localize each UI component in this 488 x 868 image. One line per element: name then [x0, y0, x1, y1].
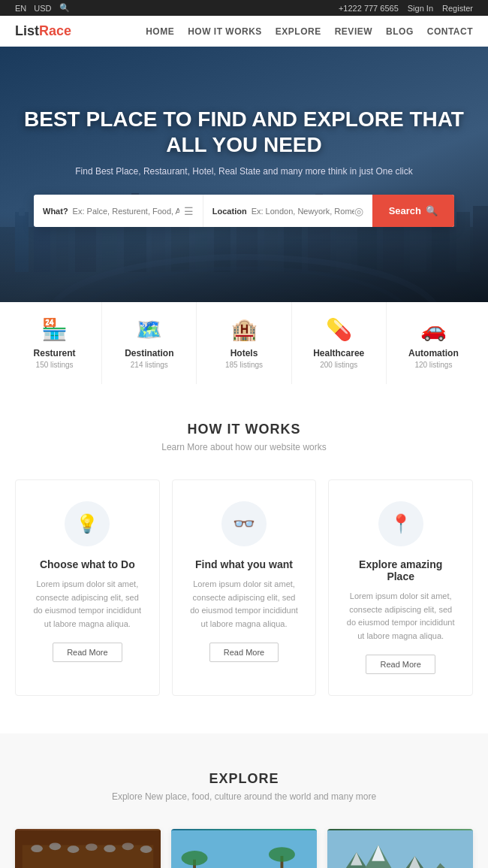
nav-home[interactable]: HOME	[146, 26, 174, 37]
top-bar-left: EN USD 🔍	[15, 3, 70, 13]
language-selector[interactable]: EN	[15, 4, 26, 13]
how-card-1: 💡 Choose what to Do Lorem ipsum dolor si…	[15, 479, 160, 696]
healthcaree-name: Healthcaree	[313, 348, 364, 358]
svg-point-29	[49, 257, 439, 302]
how-card-3-title: Explore amazing Place	[344, 558, 457, 582]
how-it-works-title: HOW IT WORKS	[15, 422, 473, 437]
hotels-count: 185 listings	[225, 361, 263, 369]
svg-rect-1	[15, 212, 29, 272]
how-it-works-section: HOW IT WORKS Learn More about how our we…	[0, 384, 488, 733]
nav-blog[interactable]: BLOG	[386, 26, 414, 37]
search-bar: What? ☰ Location ◎ Search 🔍	[34, 195, 454, 227]
resturent-name: Resturent	[34, 348, 76, 358]
how-card-2-title: Find what you want	[188, 558, 301, 570]
automation-count: 120 listings	[414, 361, 452, 369]
svg-rect-28	[473, 206, 488, 272]
explore-title: EXPLORE	[15, 771, 473, 787]
resturent-icon: 🏪	[41, 317, 68, 342]
how-card-1-text: Lorem ipsum dolor sit amet, consecte adi…	[31, 578, 144, 631]
svg-rect-57	[171, 830, 317, 868]
hotels-icon: 🏨	[231, 317, 258, 342]
search-icon[interactable]: 🔍	[59, 3, 70, 13]
healthcaree-count: 200 listings	[320, 361, 357, 369]
search-location-section: Location ◎	[203, 195, 372, 227]
search-what-label: What?	[43, 207, 68, 216]
nav-contact[interactable]: CONTACT	[427, 26, 473, 37]
destination-count: 214 listings	[131, 361, 168, 369]
automation-name: Automation	[408, 348, 459, 358]
svg-rect-2	[19, 208, 25, 216]
categories-section: 🏪 Resturent 150 listings 🗺️ Destination …	[0, 302, 488, 384]
explore-card-1-image	[15, 829, 161, 868]
category-hotels[interactable]: 🏨 Hotels 185 listings	[197, 302, 291, 384]
how-card-2-icon: 👓	[221, 501, 267, 546]
logo[interactable]: ListRace	[15, 23, 71, 39]
location-icon: ◎	[354, 205, 363, 217]
how-card-3: 📍 Explore amazing Place Lorem ipsum dolo…	[328, 479, 473, 696]
svg-rect-0	[0, 227, 488, 302]
explore-card-2-image	[171, 829, 317, 868]
explore-card-2: Swim And Dine Resort 4.8 8 Ratings Form …	[171, 829, 317, 868]
register-link[interactable]: Register	[442, 4, 473, 13]
how-card-2-text: Lorem ipsum dolor sit amet, consecte adi…	[188, 578, 301, 631]
search-button-icon: 🔍	[426, 205, 438, 216]
how-card-3-read-more[interactable]: Read More	[366, 655, 435, 674]
search-button[interactable]: Search 🔍	[372, 195, 454, 227]
category-destination[interactable]: 🗺️ Destination 214 listings	[102, 302, 197, 384]
search-what-input[interactable]	[73, 207, 179, 216]
category-healthcaree[interactable]: 💊 Healthcaree 200 listings	[292, 302, 387, 384]
explore-card-3: Europa Tour 7.5 9 Ratings Form 5k-1k5 De…	[327, 829, 473, 868]
category-resturent[interactable]: 🏪 Resturent 150 listings	[8, 302, 102, 384]
nav-review[interactable]: REVIEW	[335, 26, 372, 37]
svg-point-30	[79, 268, 409, 302]
explore-cards-container: Tommy Helfinger Bar 8.0 10 Ratings Form …	[15, 829, 473, 868]
search-location-input[interactable]	[252, 207, 354, 216]
search-button-label: Search	[389, 205, 421, 216]
automation-icon: 🚗	[420, 317, 447, 342]
menu-icon[interactable]: ☰	[184, 205, 194, 217]
category-automation[interactable]: 🚗 Automation 120 listings	[387, 302, 480, 384]
svg-rect-27	[456, 212, 470, 272]
how-card-2: 👓 Find what you want Lorem ipsum dolor s…	[172, 479, 317, 696]
how-card-3-icon: 📍	[378, 501, 423, 546]
nav-explore[interactable]: EXPLORE	[276, 26, 321, 37]
how-card-3-text: Lorem ipsum dolor sit amet, consecte adi…	[344, 590, 457, 643]
logo-part1: List	[15, 23, 39, 38]
top-bar: EN USD 🔍 +1222 777 6565 Sign In Register	[0, 0, 488, 16]
logo-part2: Race	[39, 23, 71, 38]
top-bar-right: +1222 777 6565 Sign In Register	[339, 4, 473, 13]
svg-rect-78	[327, 830, 473, 868]
resturent-count: 150 listings	[36, 361, 74, 369]
search-what-section: What? ☰	[34, 195, 203, 227]
hero-headline: BEST PLACE TO FIND AND EXPLORE THAT ALL …	[15, 107, 473, 157]
how-it-works-subtitle: Learn More about how our website works	[15, 442, 473, 452]
hotels-name: Hotels	[230, 348, 258, 358]
how-card-2-read-more[interactable]: Read More	[209, 643, 279, 662]
destination-icon: 🗺️	[136, 317, 162, 342]
nav-links: HOME HOW IT WORKS EXPLORE REVIEW BLOG CO…	[146, 26, 473, 37]
how-card-1-read-more[interactable]: Read More	[53, 643, 122, 662]
svg-rect-42	[15, 830, 161, 868]
hero-subheadline: Find Best Place, Restaurant, Hotel, Real…	[75, 166, 413, 177]
nav-how-it-works[interactable]: HOW IT WORKS	[188, 26, 262, 37]
navbar: ListRace HOME HOW IT WORKS EXPLORE REVIE…	[0, 16, 488, 47]
how-cards-container: 💡 Choose what to Do Lorem ipsum dolor si…	[15, 479, 473, 696]
healthcaree-icon: 💊	[326, 317, 352, 342]
phone-number: +1222 777 6565	[339, 4, 399, 13]
explore-subtitle: Explore New place, food, culture around …	[15, 791, 473, 802]
currency-selector[interactable]: USD	[34, 4, 51, 13]
search-location-label: Location	[212, 207, 247, 216]
how-card-1-icon: 💡	[65, 501, 110, 546]
hero-section: BEST PLACE TO FIND AND EXPLORE THAT ALL …	[0, 47, 488, 302]
how-card-1-title: Choose what to Do	[31, 558, 144, 570]
explore-card-3-image	[327, 829, 473, 868]
explore-card-1: Tommy Helfinger Bar 8.0 10 Ratings Form …	[15, 829, 161, 868]
signin-link[interactable]: Sign In	[408, 4, 433, 13]
destination-name: Destination	[125, 348, 173, 358]
explore-section: EXPLORE Explore New place, food, culture…	[0, 733, 488, 868]
